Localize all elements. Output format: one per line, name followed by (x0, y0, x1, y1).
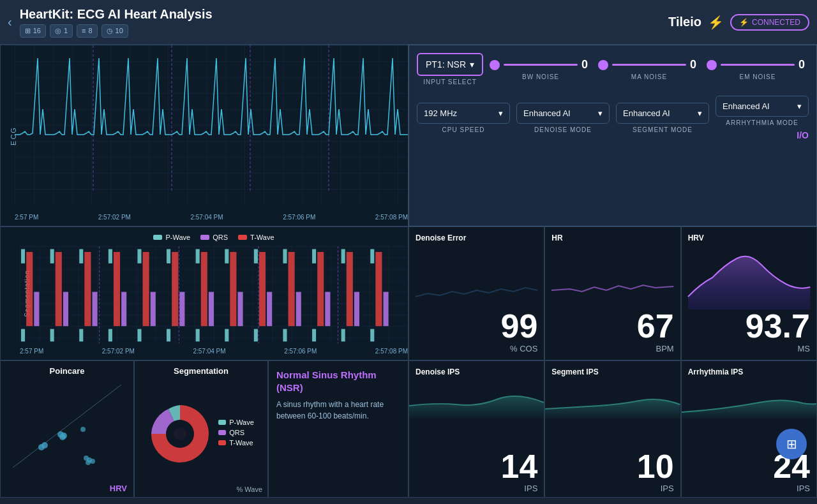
svg-rect-51 (196, 329, 200, 342)
svg-rect-37 (167, 249, 170, 263)
svg-rect-11 (172, 252, 178, 326)
brand-area: Tileio ⚡ ⚡ CONNECTED (668, 14, 809, 31)
svg-point-67 (38, 444, 45, 450)
controls-row2: 192 MHz ▾ CPU SPEED Enhanced AI ▾ DENOIS… (417, 96, 809, 140)
denoise-ips-value: 14 (500, 450, 537, 483)
poincare-hrv-label: HRV (110, 484, 127, 493)
svg-rect-53 (254, 329, 258, 342)
svg-rect-18 (375, 252, 382, 326)
em-noise-slider[interactable] (721, 64, 795, 66)
fab-button[interactable]: ⊞ (776, 429, 807, 459)
bw-noise-slider[interactable] (504, 64, 578, 66)
svg-rect-48 (109, 329, 112, 342)
denoise-error-card: Denoise Error 99 % COS (408, 226, 544, 360)
svg-rect-44 (370, 249, 374, 263)
svg-rect-8 (84, 252, 91, 326)
badge-grid-icon: ⊞ (25, 27, 31, 35)
svg-rect-7 (56, 252, 62, 326)
badge-circle-icon: ◎ (55, 27, 61, 35)
ecg-time-0: 2:57 PM (15, 214, 38, 221)
denoise-error-unit: % COS (416, 344, 537, 353)
segment-mode-label: SEGMENT MODE (616, 126, 709, 133)
svg-line-62 (13, 385, 121, 468)
pie-legend-qrs: QRS (218, 429, 254, 436)
brand-name: Tileio (668, 15, 701, 29)
ma-noise-control: 0 MA NOISE (598, 58, 700, 80)
svg-rect-42 (312, 249, 316, 263)
svg-rect-31 (383, 292, 388, 327)
hrv-value: 93.7 (688, 309, 810, 343)
nsr-description: A sinus rhythm with a heart rate between… (276, 399, 400, 422)
svg-point-74 (174, 427, 186, 440)
segmentation-pie-card: Segmentation P-Wave (134, 360, 268, 498)
segment-ips-unit: IPS (661, 484, 674, 493)
controls-row1: PT1: NSR ▾ INPUT SELECT 0 BW NOISE (417, 53, 809, 85)
twave-color (238, 235, 247, 240)
svg-rect-34 (79, 249, 83, 263)
seg-chart (20, 246, 408, 343)
hrv-card: HRV 93.7 MS (681, 226, 817, 360)
svg-rect-29 (325, 292, 330, 327)
denoise-error-title: Denoise Error (416, 233, 537, 242)
bw-noise-dot (490, 60, 500, 70)
svg-rect-27 (267, 292, 272, 327)
svg-rect-20 (63, 292, 68, 327)
back-button[interactable]: ‹ (8, 15, 12, 29)
ecg-time-2: 2:57:04 PM (190, 214, 223, 221)
arrhythmia-mode-dropdown[interactable]: Enhanced AI ▾ (716, 96, 809, 117)
input-select-sublabel: INPUT SELECT (423, 78, 477, 85)
badge-16: ⊞ 16 (20, 24, 46, 38)
svg-rect-13 (230, 252, 236, 326)
ecg-time-4: 2:57:08 PM (375, 214, 408, 221)
seg-legend: P-Wave QRS T-Wave (26, 233, 401, 241)
pie-pwave-label: P-Wave (229, 419, 254, 426)
qrs-label: QRS (213, 233, 228, 241)
bw-noise-value: 0 (581, 58, 592, 71)
svg-rect-36 (137, 249, 141, 263)
svg-rect-43 (341, 249, 345, 263)
svg-rect-21 (92, 292, 97, 327)
svg-rect-10 (143, 252, 149, 326)
ecg-time-3: 2:57:06 PM (283, 214, 315, 221)
svg-point-72 (86, 460, 91, 465)
pie-chart (148, 399, 212, 469)
pie-legend-pwave: P-Wave (218, 419, 254, 426)
denoise-mode-col: Enhanced AI ▾ DENOISE MODE (516, 103, 610, 133)
seg-pie-legend: P-Wave QRS T-Wave (218, 419, 254, 449)
cpu-speed-dropdown[interactable]: 192 MHz ▾ (417, 103, 510, 124)
hrv-unit: MS (688, 344, 810, 353)
usb-icon: ⚡ (708, 15, 724, 30)
svg-rect-57 (370, 329, 374, 342)
input-select-button[interactable]: PT1: NSR ▾ (417, 53, 483, 76)
pie-twave-label: T-Wave (229, 439, 253, 447)
arrhythmia-mode-chevron: ▾ (797, 101, 802, 111)
svg-rect-35 (109, 249, 112, 263)
legend-qrs: QRS (200, 233, 228, 241)
ma-noise-slider[interactable] (612, 64, 686, 66)
arrhythmia-ips-unit: IPS (797, 484, 810, 493)
badge-1: ◎ 1 (50, 24, 73, 38)
denoise-mode-dropdown[interactable]: Enhanced AI ▾ (516, 103, 610, 124)
nsr-card: Normal Sinus Rhythm (NSR) A sinus rhythm… (268, 360, 408, 498)
svg-rect-6 (26, 252, 33, 326)
seg-time-2: 2:57:04 PM (193, 348, 225, 355)
poincare-title: Poincare (6, 366, 128, 376)
segment-mode-dropdown[interactable]: Enhanced AI ▾ (616, 103, 709, 124)
main-content: ECG 2:57 PM 2:57:02 PM (0, 45, 817, 504)
denoise-mode-value: Enhanced AI (523, 108, 571, 118)
seg-time-3: 2:57:06 PM (284, 348, 317, 355)
arrhythmia-ips-title: Arrhythmia IPS (688, 367, 810, 376)
ecg-time-1: 2:57:02 PM (98, 214, 131, 221)
controls-panel: PT1: NSR ▾ INPUT SELECT 0 BW NOISE (408, 45, 817, 226)
svg-point-65 (59, 434, 66, 440)
svg-rect-39 (225, 249, 229, 263)
connected-plug-icon: ⚡ (739, 18, 749, 27)
badge-16-value: 16 (33, 27, 41, 34)
cpu-speed-col: 192 MHz ▾ CPU SPEED (417, 103, 510, 133)
segment-ips-card: Segment IPS 10 IPS (544, 360, 680, 498)
svg-rect-56 (341, 329, 345, 342)
hr-unit: BPM (551, 344, 673, 353)
hr-title: HR (551, 233, 673, 242)
svg-rect-22 (121, 292, 126, 327)
metrics-row: Denoise Error 99 % COS HR 67 BPM HRV (408, 226, 817, 360)
